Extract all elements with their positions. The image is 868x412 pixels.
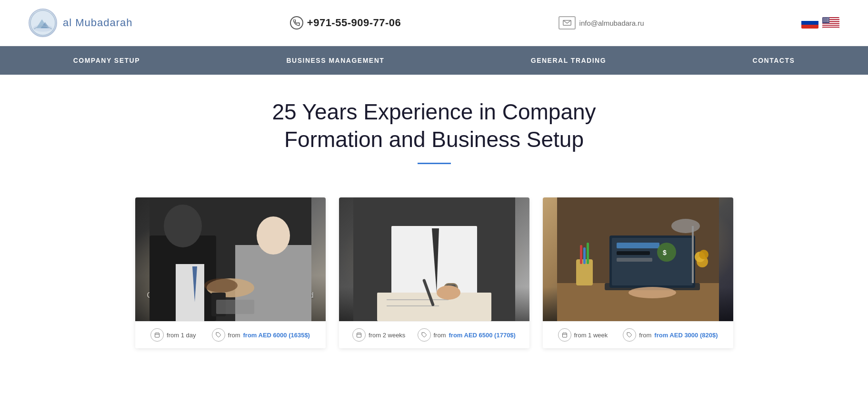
card-registration[interactable]: Company Registration in UAE Free Zones a…: [135, 197, 326, 348]
card-duration-2: from 2 weeks: [352, 328, 405, 342]
duration-text-1: from 1 day: [167, 332, 196, 339]
calendar-icon-1: [150, 328, 164, 342]
card-image-registration: Company Registration in UAE Free Zones a…: [135, 197, 326, 321]
svg-rect-5: [801, 17, 818, 21]
svg-rect-76: [617, 251, 650, 255]
card-image-liquidation: Company Liquidation: [339, 197, 529, 321]
svg-rect-83: [587, 243, 589, 264]
card-price-2: from from AED 6500 (1770$): [418, 328, 516, 342]
svg-point-31: [825, 20, 826, 21]
phone-icon: [290, 16, 303, 29]
price-value-1: from AED 6000 (1635$): [243, 332, 310, 339]
svg-point-47: [204, 278, 238, 293]
svg-point-64: [437, 285, 460, 300]
svg-point-21: [824, 19, 825, 20]
svg-rect-82: [583, 247, 586, 264]
email-address: info@almubadara.ru: [579, 19, 644, 27]
card-footer-3: from 1 week from from AED 3000 (820$): [543, 321, 733, 348]
site-header: al Mubadarah +971-55-909-77-06 info@almu…: [0, 0, 868, 46]
svg-point-35: [824, 21, 825, 22]
svg-point-25: [823, 20, 824, 20]
svg-point-17: [824, 18, 825, 19]
svg-point-26: [824, 20, 825, 20]
svg-point-89: [699, 250, 708, 259]
svg-point-41: [164, 205, 202, 247]
service-cards: Company Registration in UAE Free Zones a…: [0, 197, 868, 358]
card-price-3: from from AED 3000 (820$): [623, 328, 718, 342]
card-liquidation[interactable]: Company Liquidation from 2 weeks: [339, 197, 529, 348]
svg-point-27: [826, 20, 827, 20]
price-icon-1: [212, 328, 225, 342]
card-footer-1: from 1 day from from AED 6000 (1635$): [135, 321, 326, 348]
svg-rect-13: [822, 26, 839, 27]
svg-point-33: [828, 20, 828, 21]
svg-point-29: [828, 20, 829, 20]
svg-point-85: [671, 219, 700, 233]
email-icon: [559, 16, 576, 29]
svg-rect-65: [357, 333, 361, 337]
main-nav: COMPANY SETUP BUSINESS MANAGEMENT GENERA…: [0, 46, 868, 75]
nav-general-trading[interactable]: GENERAL TRADING: [512, 46, 625, 75]
svg-point-16: [823, 18, 824, 19]
email-contact: info@almubadara.ru: [559, 16, 644, 29]
svg-rect-75: [617, 243, 659, 248]
svg-point-20: [828, 18, 829, 19]
card-price-1: from from AED 6000 (1635$): [212, 328, 310, 342]
svg-point-23: [827, 19, 828, 20]
svg-rect-7: [801, 25, 818, 29]
card-duration-3: from 1 week: [558, 328, 608, 342]
svg-point-78: [657, 243, 676, 262]
svg-rect-50: [155, 333, 160, 337]
us-flag[interactable]: [822, 17, 839, 29]
svg-point-19: [827, 18, 828, 19]
svg-point-45: [257, 216, 290, 255]
svg-rect-12: [822, 24, 839, 25]
price-icon-2: [418, 328, 431, 342]
hero-section: 25 Years Experience in Company Formation…: [0, 75, 868, 197]
calendar-icon-2: [352, 328, 366, 342]
svg-point-28: [827, 20, 828, 20]
svg-point-34: [823, 21, 824, 22]
svg-rect-42: [176, 264, 204, 321]
nav-contacts[interactable]: CONTACTS: [734, 46, 814, 75]
svg-rect-90: [562, 333, 567, 337]
svg-point-32: [827, 20, 828, 21]
nav-company-setup[interactable]: COMPANY SETUP: [54, 46, 159, 75]
svg-rect-60: [377, 293, 491, 321]
svg-rect-77: [617, 258, 652, 262]
duration-text-2: from 2 weeks: [369, 332, 405, 339]
svg-point-24: [828, 19, 828, 20]
price-value-2: from AED 6500 (1770$): [449, 332, 516, 339]
svg-rect-14: [822, 28, 839, 29]
price-icon-3: [623, 328, 636, 342]
duration-text-3: from 1 week: [574, 332, 608, 339]
phone-contact: +971-55-909-77-06: [290, 16, 401, 29]
svg-point-36: [826, 21, 827, 22]
hero-title: 25 Years Experience in Company Formation…: [268, 98, 601, 153]
svg-rect-81: [580, 245, 582, 264]
phone-number: +971-55-909-77-06: [307, 17, 401, 29]
logo-area[interactable]: al Mubadarah: [29, 9, 133, 37]
russian-flag[interactable]: [801, 17, 818, 29]
svg-point-22: [825, 19, 826, 20]
svg-point-86: [629, 287, 676, 298]
svg-point-18: [826, 18, 827, 19]
price-prefix-2: from: [434, 332, 446, 339]
logo-icon: [29, 9, 57, 37]
svg-rect-6: [801, 21, 818, 25]
nav-business-management[interactable]: BUSINESS MANAGEMENT: [267, 46, 403, 75]
card-image-bank: $ Fu: [543, 197, 733, 321]
price-prefix-1: from: [228, 332, 240, 339]
svg-point-37: [827, 21, 828, 22]
card-duration-1: from 1 day: [150, 328, 196, 342]
card-bank[interactable]: $ Fu: [543, 197, 733, 348]
svg-point-38: [828, 21, 829, 22]
calendar-icon-3: [558, 328, 571, 342]
hero-divider: [418, 163, 451, 164]
language-flags[interactable]: [801, 17, 839, 29]
price-prefix-3: from: [639, 332, 651, 339]
card-footer-2: from 2 weeks from from AED 6500 (1770$): [339, 321, 529, 348]
svg-rect-49: [216, 300, 254, 314]
price-value-3: from AED 3000 (820$): [654, 332, 718, 339]
svg-point-30: [824, 20, 825, 21]
